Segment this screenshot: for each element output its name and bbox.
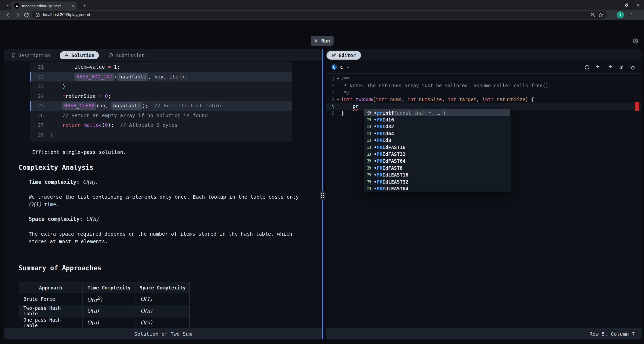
editor-line[interactable]: 3 */ [326,89,642,96]
enum-member-icon [366,138,372,143]
browser-menu-button[interactable] [628,12,634,18]
text-token: nums [390,97,402,102]
site-info-icon[interactable] [35,13,40,17]
enum-member-icon [366,173,372,177]
editor-line[interactable]: 2 * Note: The returned array must be mal… [326,82,642,89]
forward-button[interactable] [14,12,21,18]
time-complexity-line: Time complexity: O(n). [29,179,307,185]
suggestion-label: •PRId16 [374,117,394,122]
autocomplete-popup: •printf(const char *, … )•PRId16•PRId32•… [364,109,510,192]
text-token: pr [353,103,358,109]
suggestion-item[interactable]: •PRIdFAST64 [364,158,510,164]
address-bar[interactable]: localhost:3000/playground [32,11,607,19]
editor-line[interactable]: 1/** [326,75,642,82]
text-token: = [108,64,111,70]
text-token: Time complexity: [29,179,79,185]
text-token: ; [108,93,111,99]
fold-chevron-icon[interactable] [335,77,341,80]
text-token: ); [142,103,154,109]
suggestion-bullet: • [374,117,377,122]
redo-button[interactable] [607,65,612,70]
text-token: hashTable [111,102,142,110]
fold-chevron-icon[interactable] [335,98,341,101]
window-close-button[interactable] [632,0,644,10]
reset-icon [584,65,590,70]
line-number: 26 [31,113,44,118]
bookmark-button[interactable] [598,12,603,17]
enum-member-icon [366,117,372,122]
run-button[interactable]: Run [311,36,334,46]
undo-button[interactable] [596,65,601,70]
code-line: 21 item→value = 1; [30,62,292,72]
text-token [50,93,62,99]
text-token: . [95,179,98,185]
reload-button[interactable] [23,12,30,18]
suggestion-item[interactable]: •PRId8 [364,137,510,144]
suggestion-match-text: PR [377,124,382,129]
divider-drag-handle[interactable] [320,191,326,200]
tab-close-button[interactable] [71,4,74,8]
suggestion-item[interactable]: •PRId64 [364,130,510,137]
suggestion-label: •PRIdFAST16 [374,145,406,150]
tab-description[interactable]: Description [11,53,50,58]
suggestion-item[interactable]: •PRId32 [364,123,510,130]
copy-code-button[interactable] [630,65,635,70]
format-code-button[interactable] [618,65,624,70]
text-token: // Free the hash table [154,103,221,109]
profile-avatar[interactable]: f [617,11,624,18]
editor-line[interactable]: 4int* twoSum(int* nums, int numsSize, in… [326,96,642,103]
table-row: Brute ForceO(n2)O(1) [19,293,190,305]
suggestion-match-text: PR [377,145,382,150]
text-token: ) [525,97,528,102]
line-number: 24 [31,93,44,99]
suggestion-bullet: • [374,145,377,150]
line-number: 21 [31,64,44,70]
window-restore-button[interactable] [621,0,632,10]
tab-editor[interactable]: Editor [327,51,361,60]
undo-icon [596,65,601,70]
suggestion-rest-text: Id16 [382,117,394,122]
suggestion-item[interactable]: •PRId16 [364,116,510,123]
table-cell: Brute Force [19,293,83,305]
text-token: hashTable [117,73,148,81]
suggestion-item[interactable]: •PRIdFAST32 [364,151,510,157]
editor-line-content: /** [341,76,350,81]
suggestion-item[interactable]: •PRIdLEAST32 [364,178,510,185]
line-content: HASH_CLEAR(hh, hashTable); // Free the h… [50,103,221,109]
tab-submission[interactable]: Submission [108,53,144,58]
text-token: * [62,93,65,99]
language-selector[interactable]: C C [331,64,350,71]
zoom-out-indicator[interactable] [590,12,595,17]
text-token: O(1) [29,201,41,207]
code-line: 24 *returnSize = 0; [30,91,292,101]
text-token: int [407,97,416,102]
tab-solution[interactable]: Solution [60,51,99,59]
section-divider [19,257,307,257]
new-tab-button[interactable] [81,2,89,10]
text-token: return [62,122,80,128]
suggestion-item[interactable]: •PRIdLEAST16 [364,171,510,178]
suggestion-item[interactable]: •PRIdLEAST64 [364,185,510,192]
text-token: ) [100,297,102,303]
space-complexity-line: Space complexity: O(n). [29,216,307,222]
text-token: returnSize [65,93,99,99]
editor-line-number: 6 [326,110,335,116]
suggestion-bullet: • [374,138,377,143]
suggestion-item[interactable]: •PRIdFAST16 [364,144,510,151]
editor-line[interactable]: 5 pr [326,103,642,110]
text-token: (hh, [96,103,111,109]
settings-button[interactable] [632,38,639,45]
suggestion-item[interactable]: •PRIdFAST8 [364,164,510,171]
text-token: int* [482,97,494,102]
back-button[interactable] [5,12,12,18]
text-token: target [459,97,476,102]
browser-tab[interactable]: monaco-editor-lsp-next [11,2,77,10]
text-token: ( [114,74,117,80]
window-minimize-button[interactable] [609,0,621,10]
table-cell: O(n) [136,317,190,328]
reset-code-button[interactable] [584,65,590,70]
text-token: Two-pass Hash Table [23,305,61,316]
table-cell: O(1) [136,293,190,305]
suggestion-item[interactable]: •printf(const char *, … ) [364,109,510,116]
suggestion-rest-text: IdFAST64 [382,158,406,164]
